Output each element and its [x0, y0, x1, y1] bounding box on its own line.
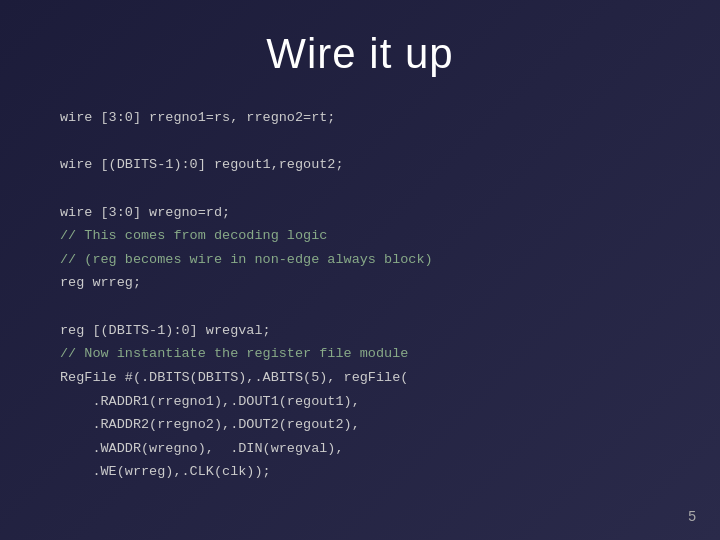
page-number: 5: [688, 508, 696, 524]
code-line-3: wire [3:0] wregno=rd;: [60, 201, 660, 225]
code-line-4: reg wrreg;: [60, 271, 660, 295]
keyword-from: from: [173, 228, 205, 243]
slide: Wire it up wire [3:0] rregno1=rs, rregno…: [0, 0, 720, 540]
code-line-5: reg [(DBITS-1):0] wregval;: [60, 319, 660, 343]
code-line-spacer-3: [60, 295, 660, 319]
code-block: wire [3:0] rregno1=rs, rregno2=rt; wire …: [60, 106, 660, 500]
code-line-1: wire [3:0] rregno1=rs, rregno2=rt;: [60, 106, 660, 130]
slide-title: Wire it up: [60, 30, 660, 78]
code-line-spacer-1: [60, 130, 660, 154]
code-line-7: .RADDR1(rregno1),.DOUT1(regout1),: [60, 390, 660, 414]
code-line-comment-1: // This comes from decoding logic: [60, 224, 660, 248]
code-line-comment-3: // Now instantiate the register file mod…: [60, 342, 660, 366]
code-line-comment-2: // (reg becomes wire in non-edge always …: [60, 248, 660, 272]
code-line-8: .RADDR2(rregno2),.DOUT2(regout2),: [60, 413, 660, 437]
keyword-the: the: [214, 346, 238, 361]
code-line-9: .WADDR(wregno), .DIN(wregval),: [60, 437, 660, 461]
code-line-2: wire [(DBITS-1):0] regout1,regout2;: [60, 153, 660, 177]
code-line-spacer-2: [60, 177, 660, 201]
code-line-6: RegFile #(.DBITS(DBITS),.ABITS(5), regFi…: [60, 366, 660, 390]
code-line-10: .WE(wrreg),.CLK(clk));: [60, 460, 660, 484]
